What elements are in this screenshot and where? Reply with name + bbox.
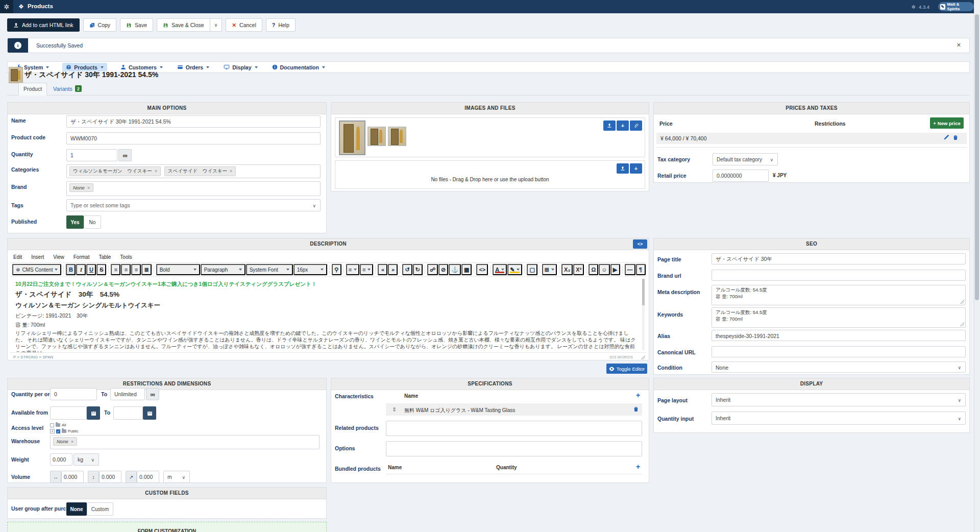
editor-table-button[interactable]: ⊞ <box>542 264 557 275</box>
quantity-input[interactable]: 1 <box>66 149 117 161</box>
editor-horizontal-rule-button[interactable]: — <box>625 264 635 275</box>
product-code-input[interactable]: WWM0070 <box>66 132 321 144</box>
seo-alias-input[interactable]: thespeyside-30-1991-2021 <box>712 330 966 341</box>
editor-fontsize-select-select[interactable]: 16px <box>293 264 327 275</box>
user-group-none-button[interactable]: None <box>66 502 87 516</box>
editor-numbered-list-button[interactable]: ≡ <box>360 264 373 275</box>
weight-input[interactable]: 0.000 <box>50 453 72 466</box>
nav-item-display[interactable]: Display <box>223 63 258 71</box>
editor-menu-insert[interactable]: Insert <box>31 254 44 260</box>
textarea-resize-grip[interactable] <box>960 322 964 326</box>
page-scrollbar-thumb[interactable] <box>975 14 979 300</box>
joomla-logo-icon[interactable]: ✲ <box>0 0 13 13</box>
condition-select[interactable]: None ∨ <box>712 361 966 373</box>
file-add-button[interactable]: + <box>630 163 642 174</box>
expand-icon[interactable]: + <box>50 429 55 433</box>
editor-menu-edit[interactable]: Edit <box>13 254 22 260</box>
editor-menu-tools[interactable]: Tools <box>120 254 132 260</box>
warehouse-input[interactable]: None× <box>50 435 320 449</box>
editor-link-button[interactable]: ☍ <box>427 264 438 275</box>
files-dropzone[interactable] <box>335 160 645 189</box>
name-input[interactable]: ザ・スペイサイド 30年 1991-2021 54.5% <box>66 115 321 128</box>
editor-special-character-button[interactable]: Ω <box>589 264 598 275</box>
alert-close-icon[interactable]: ✕ <box>957 42 961 49</box>
available-from-calendar-button[interactable] <box>87 406 100 420</box>
published-no-button[interactable]: No <box>84 215 101 229</box>
published-yes-button[interactable]: Yes <box>66 215 84 229</box>
tab-variants[interactable]: Variants 2 <box>53 85 82 92</box>
editor-align-justify-button[interactable]: ≣ <box>141 264 151 275</box>
tags-select[interactable]: Type or select some tags ∨ <box>66 199 321 211</box>
editor-align-right-button[interactable]: ≡ <box>131 264 141 275</box>
available-from-input[interactable] <box>50 406 87 420</box>
category-chip[interactable]: スペイサイド ウイスキー× <box>164 166 236 176</box>
description-code-view-button[interactable]: <> <box>633 239 647 249</box>
editor-italic-button[interactable]: I <box>76 264 86 275</box>
volume-unit-select[interactable]: m∨ <box>163 471 190 483</box>
available-to-input[interactable] <box>113 406 143 420</box>
qty-per-order-from-input[interactable]: 0 <box>50 388 97 400</box>
copy-button[interactable]: Copy <box>83 18 117 32</box>
categories-input[interactable]: ウィルソン＆モーガン ウイスキー× スペイサイド ウイスキー× <box>66 164 321 178</box>
product-image-thumbnail[interactable] <box>339 120 365 155</box>
edit-price-icon[interactable] <box>943 134 949 140</box>
checkbox-checked[interactable]: ✓ <box>56 429 60 433</box>
seo-page-title-input[interactable]: ザ・スペイサイド 30年 <box>712 253 966 264</box>
editor-emoticons-button[interactable]: ☺ <box>599 264 609 275</box>
tab-product[interactable]: Product <box>18 83 47 95</box>
editor-media-button[interactable]: ▶ <box>610 264 620 275</box>
editor-align-center-button[interactable]: ≡ <box>121 264 131 275</box>
editor-source-code-button[interactable]: <> <box>476 264 488 275</box>
editor-redo-button[interactable]: ↻ <box>413 264 423 275</box>
add-bundled-product-icon[interactable]: + <box>636 463 640 471</box>
save-options-caret-button[interactable]: ∨ <box>210 18 223 32</box>
meta-description-textarea[interactable]: アルコール度数: 54.5度 容 量: 700ml <box>712 285 966 305</box>
checkbox-unchecked[interactable] <box>50 423 54 427</box>
editor-search-button[interactable]: ⚲ <box>332 264 341 275</box>
help-button[interactable]: ? Help <box>266 18 296 32</box>
delete-price-icon[interactable] <box>952 134 959 140</box>
cancel-button[interactable]: ✕ Cancel <box>226 18 262 32</box>
nav-item-documentation[interactable]: Documentation <box>271 63 326 71</box>
toggle-editor-button[interactable]: Toggle Editor <box>606 364 647 374</box>
volume-depth-input[interactable]: 0.000 <box>137 471 159 483</box>
qty-unlimited-button[interactable]: ∞ <box>146 388 159 400</box>
image-add-button[interactable]: + <box>617 120 629 131</box>
qty-per-order-to-input[interactable]: Unlimited <box>110 388 145 400</box>
seo-canonical-input[interactable] <box>712 346 966 357</box>
seo-brand-url-input[interactable] <box>712 270 966 281</box>
editor-source-select-select[interactable]: ✲CMS Content <box>12 264 61 275</box>
drag-handle-icon[interactable]: ⇕ <box>392 406 397 413</box>
remove-chip-icon[interactable]: × <box>71 439 74 444</box>
editor-menu-view[interactable]: View <box>53 254 64 260</box>
editor-bullet-list-button[interactable]: ≡ <box>346 264 359 275</box>
options-input[interactable] <box>386 441 642 456</box>
available-to-calendar-button[interactable] <box>143 406 156 420</box>
editor-anchor-button[interactable]: ⚓ <box>449 264 461 275</box>
editor-highlight-color-button[interactable]: ✎ <box>507 264 522 275</box>
user-group-custom-button[interactable]: Custom <box>87 502 113 516</box>
new-price-button[interactable]: +New price <box>930 117 964 129</box>
editor-block-select-select[interactable]: Paragraph <box>201 264 246 275</box>
editor-bold-button[interactable]: B <box>66 264 76 275</box>
save-button[interactable]: Save <box>120 18 153 32</box>
page-layout-select[interactable]: Inherit∨ <box>712 393 966 406</box>
tax-category-select[interactable]: Default tax category ∨ <box>713 153 778 165</box>
editor-superscript-button[interactable]: X² <box>573 264 584 275</box>
remove-chip-icon[interactable]: × <box>155 168 157 174</box>
editor-strikethrough-button[interactable]: S <box>96 264 106 275</box>
remove-chip-icon[interactable]: × <box>87 185 90 190</box>
add-to-cart-html-link-button[interactable]: Add to cart HTML link <box>7 18 80 32</box>
editor-undo-button[interactable]: ↺ <box>402 264 412 275</box>
brand-chip[interactable]: None× <box>69 183 93 192</box>
editor-scrollbar[interactable] <box>642 279 645 350</box>
quantity-input-select[interactable]: Inherit∨ <box>712 412 966 425</box>
preview-site-button[interactable]: ✎ Malt & Spirits <box>938 2 974 11</box>
volume-height-input[interactable]: 0.000 <box>99 471 121 483</box>
product-image-thumbnail[interactable] <box>368 127 386 146</box>
editor-content[interactable]: 10月22日ご注文分まで！ウィルソン＆モーガンウイスキー1本ご購入につき1個ロゴ… <box>10 278 646 352</box>
editor-underline-button[interactable]: U <box>86 264 96 275</box>
editor-indent-button[interactable]: » <box>388 264 398 275</box>
related-products-input[interactable] <box>386 421 642 436</box>
delete-characteristic-icon[interactable] <box>633 406 639 412</box>
